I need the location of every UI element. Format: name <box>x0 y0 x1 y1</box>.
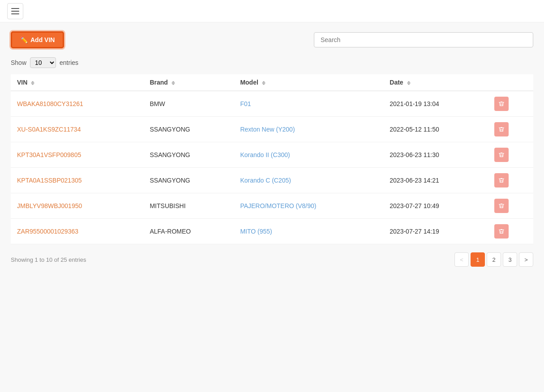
model-link[interactable]: PAJERO/MOTERO (V8/90) <box>240 202 316 209</box>
trash-icon <box>498 203 505 209</box>
table-footer: Showing 1 to 10 of 25 entries < 1 2 3 > <box>11 252 533 267</box>
table-row: KPTA0A1SSBP021305 SSANGYONG Korando C (C… <box>11 168 533 193</box>
brand-cell: ALFA-ROMEO <box>143 219 234 244</box>
main-content: ✏️ Add VIN Show 10 25 50 100 entries VIN… <box>0 22 544 276</box>
vin-cell: KPTA0A1SSBP021305 <box>11 168 143 193</box>
data-table: VIN Brand Model Date <box>11 74 533 244</box>
action-cell <box>488 168 533 193</box>
entries-label: entries <box>60 59 78 66</box>
model-cell: Korando II (C300) <box>234 142 383 168</box>
vin-link[interactable]: KPT30A1VSFP009805 <box>17 151 81 158</box>
brand-cell: SSANGYONG <box>143 168 234 193</box>
model-cell: Korando C (C205) <box>234 168 383 193</box>
col-header-actions <box>488 74 533 91</box>
trash-icon <box>498 101 505 107</box>
model-link[interactable]: Rexton New (Y200) <box>240 126 295 133</box>
delete-button[interactable] <box>494 173 509 187</box>
table-header-row: VIN Brand Model Date <box>11 74 533 91</box>
col-header-date[interactable]: Date <box>383 74 488 91</box>
toolbar: ✏️ Add VIN <box>11 31 533 48</box>
add-vin-button[interactable]: ✏️ Add VIN <box>11 31 64 48</box>
date-cell: 2022-05-12 11:50 <box>383 117 488 142</box>
delete-button[interactable] <box>494 199 509 213</box>
brand-cell: MITSUBISHI <box>143 193 234 219</box>
show-label: Show <box>11 59 26 66</box>
vin-cell: WBAKA81080CY31261 <box>11 91 143 117</box>
trash-icon <box>498 177 505 183</box>
vin-cell: KPT30A1VSFP009805 <box>11 142 143 168</box>
sort-icon-brand <box>171 81 175 85</box>
delete-button[interactable] <box>494 224 509 239</box>
model-link[interactable]: MITO (955) <box>240 228 272 235</box>
pagination-page-3-button[interactable]: 3 <box>503 252 517 267</box>
entries-per-page-select[interactable]: 10 25 50 100 <box>30 57 56 68</box>
table-row: XU-S0A1KS9ZC11734 SSANGYONG Rexton New (… <box>11 117 533 142</box>
action-cell <box>488 219 533 244</box>
pagination: < 1 2 3 > <box>454 252 533 267</box>
pencil-icon: ✏️ <box>20 36 28 43</box>
menu-toggle-button[interactable] <box>7 3 23 19</box>
table-row: ZAR95500001029363 ALFA-ROMEO MITO (955) … <box>11 219 533 244</box>
search-input[interactable] <box>314 32 533 47</box>
action-cell <box>488 142 533 168</box>
brand-cell: SSANGYONG <box>143 117 234 142</box>
action-cell <box>488 91 533 117</box>
delete-button[interactable] <box>494 148 509 162</box>
vin-cell: JMBLYV98WBJ001950 <box>11 193 143 219</box>
brand-cell: BMW <box>143 91 234 117</box>
trash-icon <box>498 228 505 234</box>
date-cell: 2023-06-23 11:30 <box>383 142 488 168</box>
model-cell: MITO (955) <box>234 219 383 244</box>
vin-cell: XU-S0A1KS9ZC11734 <box>11 117 143 142</box>
brand-cell: SSANGYONG <box>143 142 234 168</box>
model-link[interactable]: Korando II (C300) <box>240 151 290 158</box>
add-vin-label: Add VIN <box>30 36 55 43</box>
delete-button[interactable] <box>494 122 509 136</box>
model-cell: Rexton New (Y200) <box>234 117 383 142</box>
date-cell: 2023-06-23 14:21 <box>383 168 488 193</box>
showing-text: Showing 1 to 10 of 25 entries <box>11 256 86 263</box>
model-cell: F01 <box>234 91 383 117</box>
entries-row: Show 10 25 50 100 entries <box>11 57 533 68</box>
model-link[interactable]: Korando C (C205) <box>240 177 291 184</box>
col-header-model[interactable]: Model <box>234 74 383 91</box>
trash-icon <box>498 126 505 132</box>
model-cell: PAJERO/MOTERO (V8/90) <box>234 193 383 219</box>
vin-link[interactable]: XU-S0A1KS9ZC11734 <box>17 126 81 133</box>
date-cell: 2021-01-19 13:04 <box>383 91 488 117</box>
model-link[interactable]: F01 <box>240 100 251 107</box>
vin-link[interactable]: WBAKA81080CY31261 <box>17 100 83 107</box>
table-row: KPT30A1VSFP009805 SSANGYONG Korando II (… <box>11 142 533 168</box>
col-header-brand[interactable]: Brand <box>143 74 234 91</box>
delete-button[interactable] <box>494 97 509 111</box>
action-cell <box>488 117 533 142</box>
vin-link[interactable]: ZAR95500001029363 <box>17 228 78 235</box>
vin-link[interactable]: JMBLYV98WBJ001950 <box>17 202 82 209</box>
date-cell: 2023-07-27 10:49 <box>383 193 488 219</box>
pagination-page-1-button[interactable]: 1 <box>471 252 485 267</box>
trash-icon <box>498 152 505 158</box>
action-cell <box>488 193 533 219</box>
table-row: WBAKA81080CY31261 BMW F01 2021-01-19 13:… <box>11 91 533 117</box>
sort-icon-date <box>407 81 411 85</box>
top-bar <box>0 0 544 22</box>
sort-icon-model <box>262 81 266 85</box>
col-header-vin[interactable]: VIN <box>11 74 143 91</box>
date-cell: 2023-07-27 14:19 <box>383 219 488 244</box>
pagination-next-button[interactable]: > <box>519 252 533 267</box>
pagination-page-2-button[interactable]: 2 <box>487 252 501 267</box>
table-row: JMBLYV98WBJ001950 MITSUBISHI PAJERO/MOTE… <box>11 193 533 219</box>
pagination-prev-button[interactable]: < <box>454 252 469 267</box>
vin-link[interactable]: KPTA0A1SSBP021305 <box>17 177 82 184</box>
sort-icon-vin <box>31 81 34 85</box>
vin-cell: ZAR95500001029363 <box>11 219 143 244</box>
